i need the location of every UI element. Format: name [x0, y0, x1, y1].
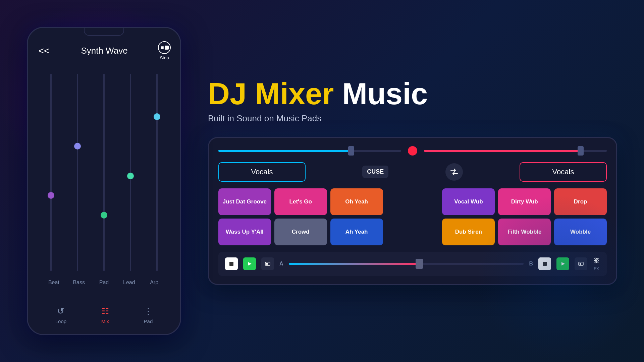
- pad-ah-yeah[interactable]: Ah Yeah: [330, 219, 383, 245]
- nav-mix[interactable]: ☷ Mix: [101, 306, 109, 324]
- svg-point-33: [597, 259, 598, 261]
- transport-stop-right-btn[interactable]: [538, 257, 551, 270]
- pad-wobble[interactable]: Wobble: [554, 219, 607, 245]
- transport-record-btn[interactable]: [261, 257, 274, 270]
- mix-label: Mix: [101, 318, 109, 324]
- beat-slider[interactable]: [38, 70, 64, 275]
- left-channel-slider[interactable]: [218, 150, 401, 152]
- fx-icon: [593, 257, 600, 266]
- sliders-area: Beat Bass Pad Lead Arp: [28, 67, 180, 299]
- bass-label: Bass: [66, 280, 92, 286]
- record-dot[interactable]: [408, 146, 417, 156]
- pad-vocal-wub[interactable]: Vocal Wub: [442, 188, 495, 215]
- cuse-label: CUSE: [362, 166, 388, 178]
- transport-stop-btn[interactable]: [225, 257, 238, 270]
- arp-slider[interactable]: [144, 70, 170, 275]
- loop-label: Loop: [55, 318, 66, 324]
- svg-point-34: [595, 261, 597, 263]
- right-section: DJ Mixer Music Built in Sound on Music P…: [181, 77, 617, 285]
- phone-notch: [84, 28, 124, 36]
- pad-icon: ⋮: [144, 306, 153, 316]
- back-button[interactable]: <: [37, 44, 51, 58]
- arp-label: Arp: [142, 280, 167, 286]
- svg-rect-25: [543, 262, 547, 266]
- transport-save-right-btn[interactable]: [575, 257, 587, 270]
- transport-play-btn[interactable]: [243, 257, 256, 270]
- sliders-container: [35, 70, 173, 275]
- lead-slider[interactable]: [117, 70, 144, 275]
- svg-rect-1: [229, 262, 233, 266]
- svg-rect-28: [580, 263, 581, 265]
- pad-lets-go[interactable]: Let's Go: [274, 188, 327, 215]
- svg-marker-26: [561, 262, 565, 265]
- transport-a-label: A: [279, 261, 283, 267]
- svg-point-32: [595, 258, 597, 259]
- beat-label: Beat: [41, 280, 66, 286]
- pad-just-dat-groove[interactable]: Just Dat Groove: [218, 188, 271, 215]
- mixer-controls: [218, 146, 607, 156]
- pad-nav-label: Pad: [144, 318, 153, 324]
- right-channel-slider[interactable]: [424, 150, 607, 152]
- app-title: DJ Mixer Music: [208, 77, 617, 111]
- transport-handle[interactable]: [416, 259, 423, 269]
- transport-progress[interactable]: [289, 263, 524, 265]
- pad-grid: Just Dat Groove Let's Go Oh Yeah Vocal W…: [218, 188, 607, 245]
- fx-button[interactable]: FX: [593, 257, 600, 271]
- transport-play-right-btn[interactable]: [556, 257, 569, 270]
- nav-pad[interactable]: ⋮ Pad: [144, 306, 153, 324]
- pad-dub-siren[interactable]: Dub Siren: [442, 219, 495, 245]
- app-subtitle: Built in Sound on Music Pads: [208, 113, 617, 124]
- svg-rect-0: [165, 46, 169, 50]
- left-channel-btn[interactable]: Vocals: [218, 162, 306, 182]
- pad-label: Pad: [92, 280, 117, 286]
- channel-selectors: Vocals CUSE Vocals: [218, 162, 607, 182]
- bass-slider[interactable]: [64, 70, 91, 275]
- phone-bottom-nav: ↺ Loop ☷ Mix ⋮ Pad: [28, 299, 180, 334]
- stop-button[interactable]: Stop: [158, 41, 171, 60]
- pad-crowd[interactable]: Crowd: [274, 219, 327, 245]
- shuffle-btn[interactable]: [445, 163, 463, 181]
- slider-labels: Beat Bass Pad Lead Arp: [35, 275, 173, 292]
- phone-screen-title: Synth Wave: [81, 46, 127, 56]
- loop-icon: ↺: [57, 306, 64, 316]
- lead-label: Lead: [116, 280, 142, 286]
- phone-mockup: < Synth Wave Stop: [27, 27, 181, 335]
- pad-dirty-wub[interactable]: Dirty Wub: [498, 188, 551, 215]
- svg-marker-2: [248, 262, 252, 265]
- svg-rect-4: [266, 263, 268, 265]
- tablet-mockup: Vocals CUSE Vocals Just Dat Groove Let's…: [208, 137, 617, 285]
- right-channel-btn[interactable]: Vocals: [520, 162, 607, 182]
- pad-empty-2: [386, 219, 439, 245]
- fx-label: FX: [594, 266, 599, 271]
- nav-loop[interactable]: ↺ Loop: [55, 306, 66, 324]
- app-title-area: DJ Mixer Music Built in Sound on Music P…: [208, 77, 617, 124]
- title-dj: DJ Mixer: [208, 77, 342, 111]
- pad-wass-up[interactable]: Wass Up Y'All: [218, 219, 271, 245]
- transport-bar: A: [218, 252, 607, 276]
- transport-fill: [289, 263, 418, 265]
- pad-filth-wobble[interactable]: Filth Wobble: [498, 219, 551, 245]
- pad-drop[interactable]: Drop: [554, 188, 607, 215]
- pad-empty-1: [386, 188, 439, 215]
- pad-oh-yeah[interactable]: Oh Yeah: [330, 188, 383, 215]
- title-music: Music: [342, 77, 428, 111]
- stop-label: Stop: [160, 55, 169, 60]
- transport-b-label: B: [529, 261, 533, 267]
- pad-slider[interactable]: [91, 70, 117, 275]
- main-container: < Synth Wave Stop: [0, 0, 644, 362]
- mix-icon: ☷: [101, 306, 109, 316]
- stop-icon: [158, 41, 171, 54]
